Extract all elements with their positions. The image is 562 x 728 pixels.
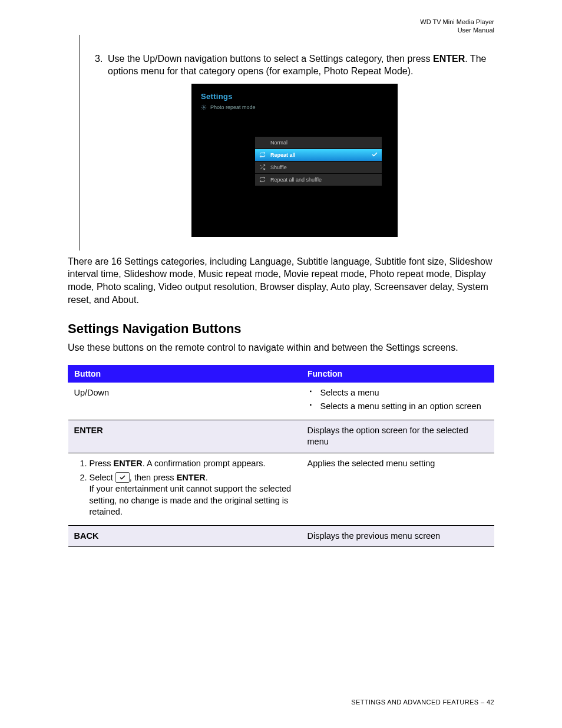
- bullet-list: Selects a menuSelects a menu setting in …: [308, 387, 488, 413]
- checkmark-icon: [370, 151, 378, 159]
- option-label: Repeat all and shuffle: [270, 177, 365, 183]
- table-row: Press ENTER. A confirmation prompt appea…: [68, 453, 494, 526]
- product-name: WD TV Mini Media Player: [68, 18, 494, 26]
- table-header-row: Button Function: [68, 365, 494, 382]
- doc-type: User Manual: [68, 26, 494, 34]
- option-row[interactable]: Repeat all and shuffle: [255, 174, 382, 186]
- th-button: Button: [68, 365, 302, 382]
- step-number: 3.: [95, 52, 108, 78]
- enter-label: ENTER: [433, 54, 465, 64]
- tv-subtitle: Photo repeat mode: [210, 104, 256, 110]
- gear-icon: [201, 104, 207, 110]
- page-header: WD TV Mini Media Player User Manual: [68, 18, 494, 35]
- list-item: Selects a menu setting in an option scre…: [318, 401, 488, 413]
- option-label: Shuffle: [270, 164, 365, 170]
- cell-function: Displays the option screen for the selec…: [302, 420, 494, 453]
- section-intro: Use these buttons on the remote control …: [68, 341, 494, 354]
- option-label: Normal: [270, 140, 365, 146]
- embedded-screenshot: Settings Photo repeat mode NormalRepeat …: [95, 84, 494, 237]
- shuffle-icon: [259, 164, 266, 170]
- svg-point-0: [203, 107, 205, 108]
- tv-options-list: NormalRepeat allShuffleRepeat all and sh…: [255, 137, 382, 186]
- step-block: 3. Use the Up/Down navigation buttons to…: [80, 35, 494, 251]
- cell-button: BACK: [68, 525, 302, 547]
- repeat-icon: [259, 151, 266, 158]
- option-label: Repeat all: [270, 152, 365, 158]
- table-row: Up/DownSelects a menuSelects a menu sett…: [68, 382, 494, 420]
- th-function: Function: [302, 365, 494, 382]
- section-heading: Settings Navigation Buttons: [68, 321, 494, 337]
- buttons-table: Button Function Up/DownSelects a menuSel…: [68, 365, 494, 548]
- cell-function: Applies the selected menu setting: [302, 453, 494, 526]
- cell-button: Press ENTER. A confirmation prompt appea…: [68, 453, 302, 526]
- step-pre: Use the Up/Down navigation buttons to se…: [108, 54, 433, 64]
- cell-button: ENTER: [68, 420, 302, 453]
- tv-subtitle-row: Photo repeat mode: [201, 104, 388, 110]
- step-text: Use the Up/Down navigation buttons to se…: [108, 52, 494, 78]
- cell-button: Up/Down: [68, 382, 302, 420]
- list-item: Press ENTER. A confirmation prompt appea…: [90, 458, 296, 470]
- manual-page: WD TV Mini Media Player User Manual 3. U…: [0, 0, 562, 728]
- option-row[interactable]: Repeat all: [255, 149, 382, 162]
- tv-ui: Settings Photo repeat mode NormalRepeat …: [191, 84, 398, 237]
- confirm-check-icon: [115, 472, 130, 483]
- repeat-shuffle-icon: [259, 176, 266, 183]
- table-row: ENTERDisplays the option screen for the …: [68, 420, 494, 453]
- table-row: BACKDisplays the previous menu screen: [68, 525, 494, 547]
- cell-function: Selects a menuSelects a menu setting in …: [302, 382, 494, 420]
- option-row[interactable]: Normal: [255, 137, 382, 149]
- list-item: Select , then press ENTER.If your entert…: [90, 472, 296, 518]
- page-footer: SETTINGS AND ADVANCED FEATURES – 42: [351, 699, 494, 706]
- instruction-list: Press ENTER. A confirmation prompt appea…: [74, 458, 296, 518]
- categories-paragraph: There are 16 Settings categories, includ…: [68, 255, 494, 306]
- cell-function: Displays the previous menu screen: [302, 525, 494, 547]
- list-item: Selects a menu: [318, 387, 488, 399]
- option-row[interactable]: Shuffle: [255, 162, 382, 174]
- tv-title: Settings: [201, 92, 388, 101]
- table-body: Up/DownSelects a menuSelects a menu sett…: [68, 382, 494, 547]
- step-3: 3. Use the Up/Down navigation buttons to…: [95, 52, 494, 78]
